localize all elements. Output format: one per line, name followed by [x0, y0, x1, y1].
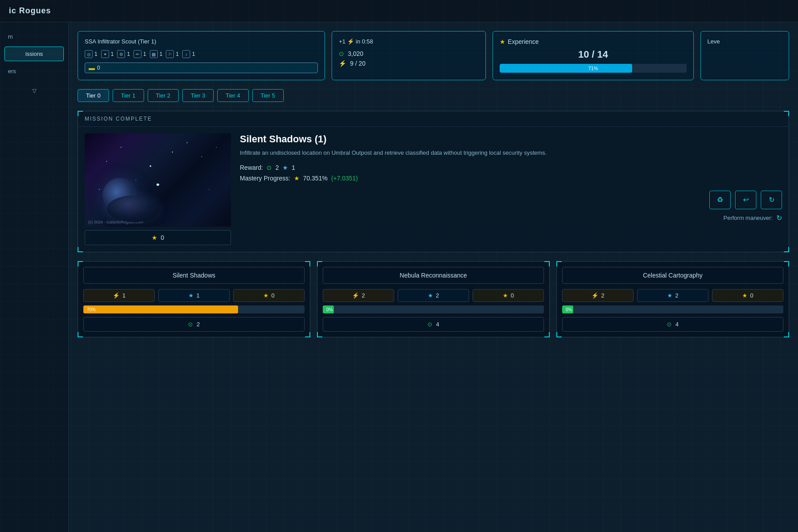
gold-stat-icon-2: ★ [742, 292, 747, 299]
tier-tab-5[interactable]: Tier 5 [252, 89, 284, 102]
bracket-br [784, 247, 789, 252]
mission-star-rating[interactable]: ★ 0 [85, 230, 231, 245]
mission-card-2-stats: ⚡ 2 ★ 2 ★ 0 [562, 289, 783, 302]
card2-bracket-tl [556, 261, 562, 266]
gold-stat-icon: ★ [263, 292, 269, 299]
sidebar-item-missions[interactable]: issions [4, 47, 64, 61]
stat-gold-2: ★ 0 [712, 289, 783, 302]
maneuver-repeat-button[interactable]: ↩ [735, 191, 756, 209]
star-rating-icon: ★ [152, 234, 157, 241]
tier-tab-1[interactable]: Tier 1 [113, 89, 144, 102]
xp-stat-icon-1: ★ [428, 292, 433, 299]
cost-icon-0: ⊙ [188, 321, 193, 328]
stat-gold-1: ★ 0 [473, 289, 544, 302]
mission-card-1-cost[interactable]: ⊙ 4 [323, 317, 544, 332]
agent-card-title: SSA Infiltrator Scout (Tier 1) [85, 38, 318, 45]
card2-bracket-bl [556, 332, 562, 337]
level-card: Leve [700, 31, 789, 80]
skill-tactics: ✦ 1 [101, 50, 114, 58]
card0-bracket-tl [78, 261, 83, 266]
progress-label-1: 0% [326, 307, 332, 312]
exp-header: ★ Experience [500, 38, 686, 45]
xp-stat-icon-2: ★ [667, 292, 673, 299]
app-title: ic Rogues [9, 6, 51, 16]
agent-card: SSA Infiltrator Scout (Tier 1) ◎ 1 ✦ 1 ⚙… [78, 31, 325, 80]
skill-command: ⚐ 1 [166, 50, 179, 58]
stat-xp-0: ★ 1 [158, 289, 230, 302]
xp-stat-icon: ★ [188, 292, 194, 299]
skill-stealth: ✏ 1 [133, 50, 146, 58]
energy-row: ⚡ 9 / 20 [339, 60, 479, 67]
skill-tech: ⚙ 1 [117, 50, 130, 58]
mission-image-container: (c) 2024 - GalacticRogues.com ★ 0 [85, 133, 231, 245]
energy-stat-icon: ⚡ [113, 292, 120, 299]
mission-card-0-cost[interactable]: ⊙ 2 [83, 317, 305, 332]
cost-icon-1: ⊙ [427, 321, 432, 328]
image-copyright: (c) 2024 - GalacticRogues.com [88, 220, 143, 224]
mission-title: Silent Shadows (1) [240, 133, 782, 145]
stat-energy-0: ⚡ 1 [83, 289, 155, 302]
mastery-bonus: (+7.0351) [331, 175, 358, 182]
tier-tab-0[interactable]: Tier 0 [78, 89, 109, 102]
perform-maneuver-label: Perform maneuver: ↻ [240, 214, 782, 222]
battery-badge: ▬ 0 [85, 63, 318, 73]
mastery-star-icon: ★ [294, 175, 300, 182]
mission-card-2: Celestial Cartography ⚡ 2 ★ 2 ★ 0 [556, 261, 789, 337]
main-layout: m issions ers ▽ SSA Infiltrator Scout (T… [0, 22, 798, 532]
tier-tab-2[interactable]: Tier 2 [148, 89, 179, 102]
resource-timer: +1 ⚡ in 0:58 [339, 38, 479, 45]
skill-comms: ♪ 1 [182, 50, 195, 58]
mission-card-2-cost[interactable]: ⊙ 4 [562, 317, 783, 332]
mission-card-0-stats: ⚡ 1 ★ 1 ★ 0 [83, 289, 305, 302]
energy-stat-icon-1: ⚡ [352, 292, 359, 299]
stat-gold-0: ★ 0 [233, 289, 305, 302]
sidebar-item-m[interactable]: m [0, 29, 68, 44]
agent-skills: ◎ 1 ✦ 1 ⚙ 1 ✏ 1 [85, 50, 318, 58]
mission-card-0: Silent Shadows ⚡ 1 ★ 1 ★ 0 [78, 261, 310, 337]
exp-bar-label: 71% [588, 66, 598, 71]
mission-card-1-stats: ⚡ 2 ★ 2 ★ 0 [323, 289, 544, 302]
mission-card-1: Nebula Reconnaissance ⚡ 2 ★ 2 ★ 0 [317, 261, 550, 337]
credits-icon: ⊙ [339, 50, 344, 57]
stat-xp-1: ★ 2 [398, 289, 469, 302]
card0-bracket-bl [78, 332, 83, 337]
sidebar-item-ers[interactable]: ers [0, 63, 68, 79]
card2-bracket-br [784, 332, 789, 337]
maneuver-refresh-button[interactable]: ↻ [761, 191, 782, 209]
mission-card-0-progress: 70% [83, 305, 305, 313]
cost-icon-2: ⊙ [667, 321, 672, 328]
card0-bracket-br [305, 332, 310, 337]
exp-bar-container: 71% [500, 64, 686, 73]
tier-tab-3[interactable]: Tier 3 [182, 89, 214, 102]
sidebar-chevron[interactable]: ▽ [0, 88, 68, 94]
mission-details: Silent Shadows (1) Infiltrate an undiscl… [240, 133, 782, 245]
exp-numbers: 10 / 14 [500, 49, 686, 60]
card0-bracket-tr [305, 261, 310, 266]
bracket-tl [78, 111, 83, 116]
stat-energy-1: ⚡ 2 [323, 289, 394, 302]
top-bar: ic Rogues [0, 0, 798, 22]
mission-complete-header: MISSION COMPLETE [78, 111, 789, 127]
missions-grid: Silent Shadows ⚡ 1 ★ 1 ★ 0 [78, 261, 789, 337]
sidebar: m issions ers ▽ [0, 22, 69, 532]
maneuver-icon: ↻ [776, 214, 782, 222]
lightning-icon: ⚡ [347, 38, 354, 45]
card2-bracket-tr [784, 261, 789, 266]
exp-bar-fill [500, 64, 632, 73]
level-card-title: Leve [708, 38, 782, 45]
maneuver-recycle-button[interactable]: ♻ [709, 191, 731, 209]
mission-card-2-progress: 0% [562, 305, 783, 313]
card1-bracket-br [544, 332, 550, 337]
energy-stat-icon-2: ⚡ [591, 292, 598, 299]
tier-tab-4[interactable]: Tier 4 [217, 89, 249, 102]
mission-card-0-title: Silent Shadows [83, 267, 305, 284]
mission-complete-section: MISSION COMPLETE (c) 2024 - GalacticRogu… [78, 111, 789, 252]
bracket-tr [784, 111, 789, 116]
reward-xp-icon: ★ [282, 164, 288, 171]
progress-label-2: 0% [566, 307, 572, 312]
mission-mastery-row: Mastery Progress: ★ 70.351% (+7.0351) [240, 175, 782, 182]
header-cards: SSA Infiltrator Scout (Tier 1) ◎ 1 ✦ 1 ⚙… [78, 31, 789, 80]
mission-complete-body: (c) 2024 - GalacticRogues.com ★ 0 Silent… [78, 127, 789, 252]
card1-bracket-tr [544, 261, 550, 266]
resources-card: +1 ⚡ in 0:58 ⊙ 3,020 ⚡ 9 / 20 [332, 31, 486, 80]
